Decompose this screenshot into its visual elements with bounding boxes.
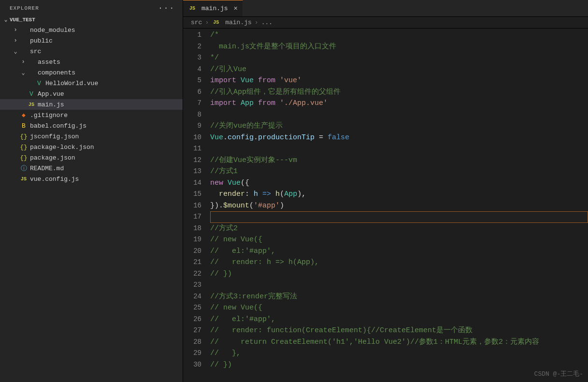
- line-number: 6: [183, 87, 201, 98]
- code-line[interactable]: [210, 279, 588, 291]
- file-icon: {}: [19, 154, 28, 162]
- chevron-right-icon: ›: [19, 59, 27, 65]
- tree-label: App.vue: [38, 90, 64, 98]
- breadcrumb-seg[interactable]: src: [191, 19, 202, 26]
- tree-label: HelloWorld.vue: [45, 80, 98, 87]
- tree-row[interactable]: VApp.vue: [0, 88, 183, 99]
- tree-row[interactable]: Bbabel.config.js: [0, 120, 183, 131]
- chevron-right-icon: ›: [205, 19, 209, 26]
- tree-row[interactable]: ›node_modules: [0, 25, 183, 35]
- code-line[interactable]: //方式1: [210, 166, 588, 177]
- file-icon: V: [35, 80, 43, 87]
- tree-row[interactable]: ◆.gitignore: [0, 110, 183, 120]
- line-number: 2: [183, 41, 201, 53]
- tree-row[interactable]: {}package.json: [0, 152, 183, 163]
- code-line[interactable]: main.js文件是整个项目的入口文件: [210, 41, 588, 53]
- tree-row[interactable]: JSmain.js: [0, 99, 183, 110]
- line-number: 16: [183, 200, 201, 212]
- tree-label: package-lock.json: [30, 144, 94, 151]
- file-icon: JS: [19, 176, 28, 182]
- line-number: 19: [183, 234, 201, 246]
- explorer-title: EXPLORER: [10, 5, 39, 11]
- code-line[interactable]: */: [210, 52, 588, 64]
- code-line[interactable]: render: h => h(App),: [210, 189, 588, 200]
- tab-bar: JS main.js ×: [183, 0, 588, 17]
- tree-label: components: [38, 69, 75, 76]
- code-line[interactable]: [210, 109, 588, 121]
- code-line[interactable]: //方式3:render完整写法: [210, 291, 588, 303]
- code-line[interactable]: //方式2: [210, 223, 588, 235]
- tree-row[interactable]: ⌄src: [0, 46, 183, 57]
- code-line[interactable]: // render: h => h(App),: [210, 257, 588, 268]
- line-number: 14: [183, 177, 201, 189]
- line-number: 12: [183, 155, 201, 166]
- file-icon: {}: [19, 144, 28, 151]
- code-line[interactable]: }).$mount('#app'): [210, 200, 588, 212]
- line-number: 20: [183, 246, 201, 257]
- code-line[interactable]: // new Vue({: [210, 234, 588, 246]
- file-icon: JS: [27, 102, 36, 107]
- line-number: 9: [183, 120, 201, 132]
- breadcrumb[interactable]: src › JS main.js › ...: [183, 17, 588, 29]
- code-editor[interactable]: 1234567891011121314151617181920212223242…: [183, 29, 588, 382]
- code-line[interactable]: [210, 143, 588, 155]
- code-line[interactable]: // el:'#app',: [210, 314, 588, 325]
- code-line[interactable]: // render: function(CreateElement){//Cre…: [210, 325, 588, 337]
- chevron-down-icon: ⌄: [19, 69, 27, 76]
- code-line[interactable]: //创建Vue实例对象---vm: [210, 155, 588, 166]
- code-line[interactable]: /*: [210, 29, 588, 41]
- file-tree: ›node_modules›public⌄src›assets⌄componen…: [0, 25, 183, 382]
- close-icon[interactable]: ×: [234, 5, 238, 13]
- tree-row[interactable]: {}package-lock.json: [0, 142, 183, 152]
- code-line[interactable]: // el:'#app',: [210, 246, 588, 257]
- tree-label: node_modules: [30, 27, 75, 34]
- chevron-right-icon: ›: [12, 37, 19, 44]
- tree-row[interactable]: ⓘREADME.md: [0, 163, 183, 174]
- code-line[interactable]: //关闭vue的生产提示: [210, 120, 588, 132]
- tree-row[interactable]: VHelloWorld.vue: [0, 78, 183, 88]
- tab-label: main.js: [201, 5, 228, 12]
- code-content[interactable]: /* main.js文件是整个项目的入口文件*///引入Vueimport Vu…: [210, 29, 588, 382]
- code-line[interactable]: // return CreateElement('h1','Hello Vue2…: [210, 337, 588, 348]
- watermark: CSDN @-王二毛-: [534, 369, 583, 378]
- code-line[interactable]: new Vue({: [210, 177, 588, 189]
- tree-label: main.js: [38, 101, 64, 108]
- file-icon: {}: [19, 133, 28, 140]
- code-line[interactable]: // }): [210, 268, 588, 280]
- tree-label: babel.config.js: [30, 122, 86, 130]
- code-line[interactable]: // },: [210, 348, 588, 359]
- code-line[interactable]: import App from './App.vue': [210, 98, 588, 109]
- code-line[interactable]: //引入Vue: [210, 64, 588, 75]
- line-number: 27: [183, 325, 201, 337]
- tree-label: src: [30, 48, 41, 55]
- line-number: 22: [183, 268, 201, 280]
- code-line[interactable]: [210, 211, 588, 223]
- line-number: 17: [183, 211, 201, 223]
- breadcrumb-seg[interactable]: main.js: [225, 19, 252, 26]
- code-line[interactable]: import Vue from 'vue': [210, 75, 588, 87]
- line-gutter: 1234567891011121314151617181920212223242…: [183, 29, 210, 382]
- tree-row[interactable]: ›public: [0, 35, 183, 46]
- code-line[interactable]: Vue.config.productionTip = false: [210, 132, 588, 144]
- line-number: 7: [183, 98, 201, 109]
- code-line[interactable]: //引入App组件，它是所有组件的父组件: [210, 87, 588, 98]
- line-number: 13: [183, 166, 201, 177]
- line-number: 26: [183, 314, 201, 325]
- explorer-sidebar: EXPLORER ··· ⌄ VUE_TEST ›node_modules›pu…: [0, 0, 183, 382]
- tree-row[interactable]: {}jsconfig.json: [0, 131, 183, 142]
- file-icon: V: [27, 90, 36, 98]
- tree-label: package.json: [30, 154, 75, 162]
- editor-tab-main[interactable]: JS main.js ×: [183, 0, 243, 16]
- code-line[interactable]: // }): [210, 359, 588, 371]
- explorer-more-icon[interactable]: ···: [158, 4, 175, 13]
- line-number: 29: [183, 348, 201, 359]
- root-folder-label: VUE_TEST: [10, 17, 35, 23]
- file-icon: ◆: [19, 111, 28, 119]
- code-line[interactable]: // new Vue({: [210, 302, 588, 314]
- breadcrumb-seg[interactable]: ...: [261, 19, 272, 26]
- tree-row[interactable]: ⌄components: [0, 67, 183, 78]
- root-folder[interactable]: ⌄ VUE_TEST: [0, 15, 183, 25]
- tree-label: README.md: [30, 165, 64, 172]
- tree-row[interactable]: ›assets: [0, 57, 183, 67]
- tree-row[interactable]: JSvue.config.js: [0, 174, 183, 184]
